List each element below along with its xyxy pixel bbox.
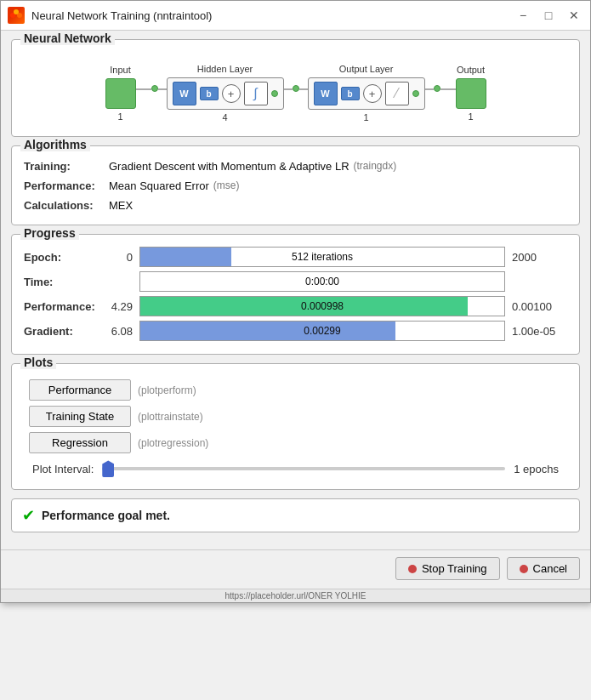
perf-end: 0.00100 — [512, 300, 567, 313]
nn-output-wb: b — [341, 87, 360, 100]
nn-arrow-3 — [425, 85, 456, 102]
cancel-dot-icon — [520, 565, 528, 573]
gradient-label: Gradient: — [24, 325, 100, 338]
nn-hidden-w: W — [173, 82, 196, 105]
regression-btn-row: Regression (plotregression) — [29, 432, 562, 453]
nn-hidden-b: b — [200, 87, 219, 100]
nn-output-dot — [412, 90, 419, 97]
epoch-row: Epoch: 0 512 iterations 2000 — [24, 247, 567, 267]
progress-section: Progress Epoch: 0 512 iterations 2000 Ti… — [11, 234, 580, 355]
nn-hidden-num: 4 — [222, 112, 227, 122]
stop-training-dot-icon — [408, 565, 417, 573]
algorithms-title: Algorithms — [20, 138, 90, 151]
nn-output-b: b — [341, 87, 360, 100]
plots-section: Plots Performance (plotperform) Training… — [11, 363, 580, 490]
stop-training-label: Stop Training — [422, 562, 487, 575]
cancel-button[interactable]: Cancel — [507, 557, 580, 580]
window-controls: − □ ✕ — [514, 6, 583, 25]
nn-input-box — [105, 78, 136, 109]
neural-network-title: Neural Network — [20, 31, 115, 45]
nn-hidden-dot — [271, 90, 278, 97]
training-state-plot-sub: (plottrainstate) — [138, 411, 203, 423]
algo-calculations-value: MEX — [109, 197, 133, 215]
nn-output-final-block: Output 1 — [456, 65, 486, 122]
epoch-bar-text: 512 iterations — [140, 248, 504, 266]
nn-hidden-block: Hidden Layer W b + ∫ — [167, 64, 284, 122]
training-state-btn-row: Training State (plottrainstate) — [29, 406, 562, 427]
epoch-end: 2000 — [512, 251, 567, 264]
slider-track — [102, 467, 505, 470]
plots-title: Plots — [20, 356, 56, 369]
epoch-start: 0 — [107, 251, 133, 264]
nn-output-box: W b + ∕ — [308, 77, 425, 110]
plot-interval-slider[interactable] — [102, 460, 505, 477]
main-window: Neural Network Training (nntraintool) − … — [0, 0, 591, 603]
performance-plot-button[interactable]: Performance — [29, 379, 131, 401]
nn-output-layer-num: 1 — [363, 112, 368, 122]
progress-title: Progress — [20, 226, 79, 240]
nn-output-sigmoid: ∕ — [385, 82, 409, 105]
perf-start: 4.29 — [107, 300, 133, 313]
nn-hidden-sum: + — [222, 84, 241, 103]
performance-plot-sub: (plotperform) — [138, 384, 196, 396]
algo-training-sub: (traingdx) — [354, 158, 397, 176]
status-text: Performance goal met. — [42, 509, 170, 522]
window-title: Neural Network Training (nntraintool) — [31, 9, 507, 22]
plot-interval-label: Plot Interval: — [32, 463, 94, 475]
algo-performance-sub: (mse) — [213, 178, 240, 196]
nn-output-sum: + — [363, 84, 382, 103]
perf-label: Performance: — [24, 300, 100, 313]
nn-input-num: 1 — [117, 111, 122, 122]
nn-hidden-sigmoid: ∫ — [244, 82, 268, 105]
algo-performance-label: Performance: — [24, 178, 109, 196]
maximize-button[interactable]: □ — [539, 6, 558, 25]
status-bar: ✔ Performance goal met. — [11, 498, 580, 532]
gradient-end: 1.00e-05 — [512, 325, 567, 338]
performance-btn-row: Performance (plotperform) — [29, 379, 562, 401]
close-button[interactable]: ✕ — [565, 6, 583, 25]
nn-output-final-box — [456, 78, 486, 109]
gradient-bar: 0.00299 — [139, 321, 505, 341]
epoch-bar: 512 iterations — [139, 247, 505, 267]
gradient-bar-text: 0.00299 — [140, 322, 504, 340]
perf-bar: 0.000998 — [139, 296, 505, 316]
time-value: 0:00:00 — [140, 272, 504, 291]
minimize-button[interactable]: − — [514, 6, 532, 25]
algo-calculations-row: Calculations: MEX — [24, 197, 567, 215]
main-content: Neural Network Input 1 Hidden Layer — [1, 31, 590, 549]
epoch-label: Epoch: — [24, 251, 100, 264]
nn-arrow-1 — [136, 85, 167, 102]
plots-content: Performance (plotperform) Training State… — [20, 371, 571, 482]
status-checkmark-icon: ✔ — [22, 506, 35, 525]
slider-thumb[interactable] — [102, 460, 114, 477]
footer: Stop Training Cancel — [1, 549, 590, 589]
svg-point-2 — [14, 9, 19, 14]
algorithms-table: Training: Gradient Descent with Momentum… — [20, 153, 571, 218]
nn-dot-3 — [434, 85, 440, 92]
algo-performance-value: Mean Squared Error — [109, 178, 209, 196]
time-row: Time: 0:00:00 — [24, 271, 567, 292]
nn-output-w: W — [314, 82, 338, 105]
algo-training-value: Gradient Descent with Momentum & Adaptiv… — [109, 158, 349, 176]
nn-diagram: Input 1 Hidden Layer W — [20, 47, 571, 129]
nn-dot-2 — [293, 85, 299, 92]
training-state-plot-button[interactable]: Training State — [29, 406, 131, 427]
perf-bar-text: 0.000998 — [140, 297, 504, 316]
cancel-label: Cancel — [533, 562, 567, 575]
algo-training-label: Training: — [24, 158, 109, 176]
nn-output-final-num: 1 — [468, 111, 473, 122]
url-text: https://placeholder.url/ONER YOLHIE — [224, 591, 366, 600]
algo-calculations-label: Calculations: — [24, 197, 109, 215]
algo-training-row: Training: Gradient Descent with Momentum… — [24, 158, 567, 176]
neural-network-section: Neural Network Input 1 Hidden Layer — [11, 39, 580, 137]
stop-training-button[interactable]: Stop Training — [395, 557, 500, 580]
algorithms-section: Algorithms Training: Gradient Descent wi… — [11, 145, 580, 225]
nn-input-block: Input 1 — [105, 65, 136, 122]
titlebar: Neural Network Training (nntraintool) − … — [1, 1, 590, 31]
nn-hidden-box: W b + ∫ — [167, 77, 284, 110]
nn-hidden-wb: b — [200, 87, 219, 100]
algo-performance-row: Performance: Mean Squared Error (mse) — [24, 178, 567, 196]
plot-interval-value: 1 epochs — [514, 463, 559, 475]
regression-plot-button[interactable]: Regression — [29, 432, 131, 453]
progress-table: Epoch: 0 512 iterations 2000 Time: 0:00:… — [20, 242, 571, 347]
